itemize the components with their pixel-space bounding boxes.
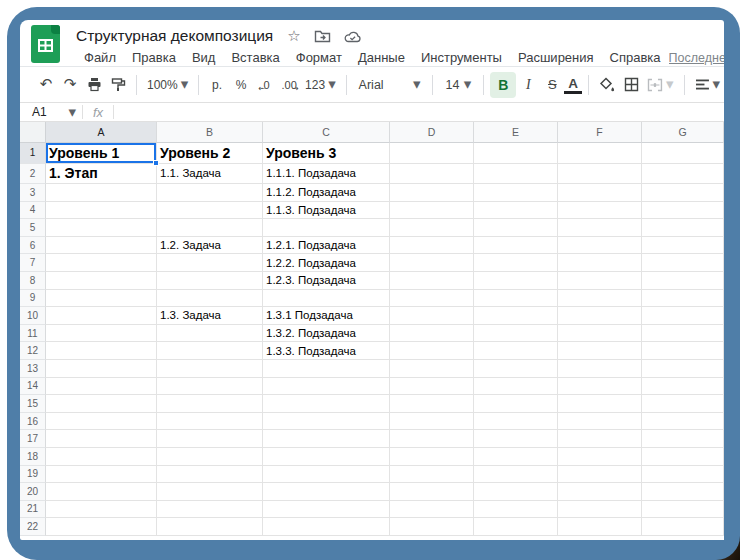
cell-E12[interactable] [474, 342, 558, 360]
format-percent-button[interactable]: % [229, 72, 253, 98]
cell-B17[interactable] [157, 430, 263, 448]
cell-B13[interactable] [157, 360, 263, 378]
row-header-18[interactable]: 18 [20, 448, 46, 466]
cell-C17[interactable] [263, 430, 390, 448]
print-button[interactable] [82, 72, 106, 98]
row-header-10[interactable]: 10 [20, 307, 46, 325]
cell-D22[interactable] [390, 518, 474, 536]
cell-F4[interactable] [558, 202, 642, 220]
cell-C3[interactable]: 1.1.2. Подзадача [263, 184, 390, 202]
cell-E16[interactable] [474, 413, 558, 431]
cell-C10[interactable]: 1.3.1 Подзадача [263, 307, 390, 325]
cell-D7[interactable] [390, 254, 474, 272]
cell-E6[interactable] [474, 237, 558, 255]
column-header-A[interactable]: A [46, 122, 157, 143]
cell-D5[interactable] [390, 219, 474, 237]
cell-B6[interactable]: 1.2. Задача [157, 237, 263, 255]
cell-G14[interactable] [642, 378, 724, 396]
cell-E13[interactable] [474, 360, 558, 378]
menu-file[interactable]: Файл [76, 48, 124, 67]
cell-E5[interactable] [474, 219, 558, 237]
cell-E3[interactable] [474, 184, 558, 202]
menu-data[interactable]: Данные [350, 48, 413, 67]
cell-D20[interactable] [390, 483, 474, 501]
cell-A3[interactable] [46, 184, 157, 202]
cell-B2[interactable]: 1.1. Задача [157, 164, 263, 185]
cell-A14[interactable] [46, 378, 157, 396]
cell-D21[interactable] [390, 501, 474, 519]
cell-D2[interactable] [390, 164, 474, 185]
cell-G8[interactable] [642, 272, 724, 290]
cell-D6[interactable] [390, 237, 474, 255]
cell-A11[interactable] [46, 325, 157, 343]
cell-B8[interactable] [157, 272, 263, 290]
cell-D19[interactable] [390, 466, 474, 484]
row-header-20[interactable]: 20 [20, 483, 46, 501]
paint-format-button[interactable] [106, 72, 130, 98]
cell-D3[interactable] [390, 184, 474, 202]
borders-button[interactable] [619, 72, 643, 98]
cell-G15[interactable] [642, 395, 724, 413]
menu-format[interactable]: Формат [288, 48, 350, 67]
cell-A8[interactable] [46, 272, 157, 290]
cell-F9[interactable] [558, 290, 642, 308]
cell-C15[interactable] [263, 395, 390, 413]
star-icon[interactable]: ☆ [287, 29, 300, 44]
cell-A18[interactable] [46, 448, 157, 466]
row-header-17[interactable]: 17 [20, 430, 46, 448]
text-color-button[interactable]: A [564, 76, 582, 94]
cell-E10[interactable] [474, 307, 558, 325]
cell-A13[interactable] [46, 360, 157, 378]
cell-F2[interactable] [558, 164, 642, 185]
menu-insert[interactable]: Вставка [223, 48, 287, 67]
cell-D10[interactable] [390, 307, 474, 325]
cell-G13[interactable] [642, 360, 724, 378]
cell-A6[interactable] [46, 237, 157, 255]
cell-E11[interactable] [474, 325, 558, 343]
cell-F19[interactable] [558, 466, 642, 484]
cell-C6[interactable]: 1.2.1. Подзадача [263, 237, 390, 255]
cell-F10[interactable] [558, 307, 642, 325]
cell-D14[interactable] [390, 378, 474, 396]
row-header-8[interactable]: 8 [20, 272, 46, 290]
horizontal-align-button[interactable]: ▾ [691, 72, 724, 98]
cell-A15[interactable] [46, 395, 157, 413]
cell-C20[interactable] [263, 483, 390, 501]
document-title[interactable]: Структурная декомпозиция [76, 27, 273, 45]
cell-C21[interactable] [263, 501, 390, 519]
cell-E4[interactable] [474, 202, 558, 220]
cell-G21[interactable] [642, 501, 724, 519]
cell-G22[interactable] [642, 518, 724, 536]
cell-B12[interactable] [157, 342, 263, 360]
cell-B15[interactable] [157, 395, 263, 413]
cell-C14[interactable] [263, 378, 390, 396]
cell-F5[interactable] [558, 219, 642, 237]
cell-G2[interactable] [642, 164, 724, 185]
cell-E21[interactable] [474, 501, 558, 519]
row-header-21[interactable]: 21 [20, 501, 46, 519]
cell-E22[interactable] [474, 518, 558, 536]
cell-D1[interactable] [390, 143, 474, 164]
cell-B11[interactable] [157, 325, 263, 343]
cell-G19[interactable] [642, 466, 724, 484]
more-formats-button[interactable]: 123 ▾ [301, 72, 339, 98]
cell-D11[interactable] [390, 325, 474, 343]
cell-D13[interactable] [390, 360, 474, 378]
cell-D12[interactable] [390, 342, 474, 360]
select-all-corner[interactable] [20, 122, 46, 143]
last-edit-link[interactable]: Последнее изменен [669, 51, 724, 65]
cell-G5[interactable] [642, 219, 724, 237]
cell-G6[interactable] [642, 237, 724, 255]
cell-A20[interactable] [46, 483, 157, 501]
cell-A7[interactable] [46, 254, 157, 272]
cell-C19[interactable] [263, 466, 390, 484]
font-size-select[interactable]: 14 ▾ [439, 72, 477, 98]
row-header-2[interactable]: 2 [20, 164, 46, 185]
column-header-G[interactable]: G [642, 122, 724, 143]
cell-B21[interactable] [157, 501, 263, 519]
cell-B19[interactable] [157, 466, 263, 484]
cell-A1[interactable]: Уровень 1 [46, 143, 157, 164]
cell-F20[interactable] [558, 483, 642, 501]
row-header-7[interactable]: 7 [20, 254, 46, 272]
row-header-12[interactable]: 12 [20, 342, 46, 360]
